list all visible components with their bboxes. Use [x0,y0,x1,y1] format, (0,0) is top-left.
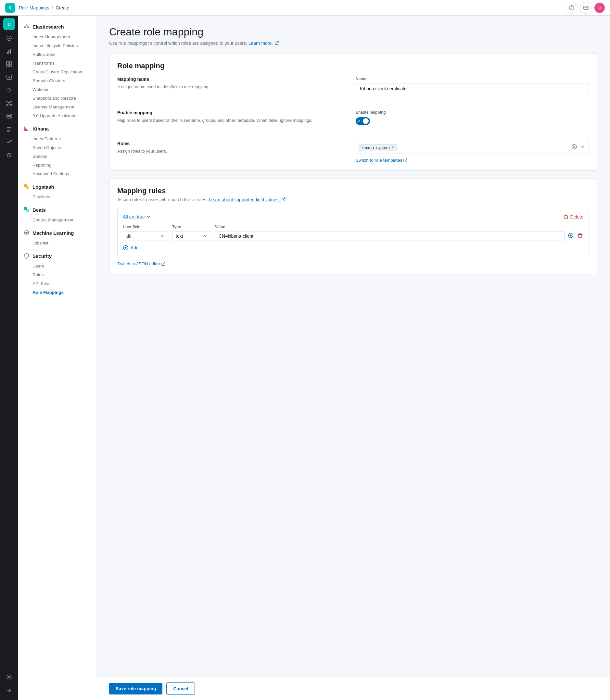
value-field[interactable] [215,231,564,241]
delete-rule-button[interactable]: Delete [563,214,583,219]
sidebar-item-pipelines[interactable]: Pipelines [18,193,96,201]
sidebar-section-header-ml: Machine Learning [18,227,96,239]
rail-dashboard[interactable] [3,59,15,70]
rail-collapse[interactable] [3,684,15,696]
clear-roles-button[interactable] [571,144,578,151]
expand-roles-button[interactable] [579,144,586,151]
rail-ml[interactable] [3,97,15,109]
switch-to-json-button[interactable]: Switch to JSON editor [117,261,165,266]
elasticsearch-label: Elasticsearch [32,24,64,30]
sidebar-item-upgrade[interactable]: 9.0 Upgrade Assistant [18,111,96,120]
roles-right: kibana_system × [356,141,589,163]
help-button[interactable]: ? [566,2,578,14]
svg-point-22 [11,117,11,118]
add-rule-icon [123,245,129,251]
delete-value-button[interactable] [577,232,583,240]
rail-uptime[interactable] [3,149,15,161]
user-avatar[interactable]: e [594,3,605,13]
sidebar-item-role-mappings[interactable]: Role Mappings [18,288,96,297]
sidebar-item-index-management[interactable]: Index Management [18,32,96,41]
mail-button[interactable] [580,2,592,14]
sidebar-item-central-management[interactable]: Central Management [18,216,96,224]
rail-apm[interactable] [3,136,15,148]
logstash-label: Logstash [32,184,54,190]
remove-role-button[interactable]: × [392,145,394,150]
sidebar-item-watcher[interactable]: Watcher [18,85,96,94]
learn-more-link[interactable]: Learn more. [248,40,279,46]
name-field-label: Name [356,77,589,81]
sidebar-item-advanced-settings[interactable]: Advanced Settings [18,169,96,178]
svg-point-17 [6,104,8,105]
sidebar-item-saved-objects[interactable]: Saved Objects [18,143,96,152]
breadcrumb-parent[interactable]: Role Mappings [19,5,49,11]
add-value-button[interactable] [567,232,574,240]
svg-rect-8 [6,62,9,64]
page-title: Create role mapping [109,26,597,38]
sidebar-section-logstash: Logstash Pipelines [18,181,96,201]
sidebar-section-header-security: Security [18,250,96,262]
external-link-icon-2 [282,197,286,201]
sidebar-item-index-lifecycle[interactable]: Index Lifecycle Policies [18,41,96,50]
trash-icon [563,214,568,219]
sidebar-item-spaces[interactable]: Spaces [18,152,96,161]
svg-point-16 [11,101,12,102]
save-role-mapping-button[interactable]: Save role mapping [109,683,162,695]
supported-field-values-link[interactable]: Learn about supported field values. [209,197,286,202]
type-col: Type text [172,225,211,241]
page-subtitle: Use role mappings to control which roles… [109,40,597,46]
sidebar-item-remote-clusters[interactable]: Remote Clusters [18,76,96,85]
beats-label: Beats [32,207,46,213]
sidebar-item-snapshot-restore[interactable]: Snapshot and Restore [18,94,96,102]
rail-logs[interactable] [3,124,15,135]
all-are-true-button[interactable]: All are true [123,214,151,219]
external-link-icon [275,41,279,45]
rail-home[interactable]: D [3,18,15,30]
rail-settings[interactable] [3,671,15,683]
rules-box: All are true Delete User field [117,209,589,256]
sidebar-item-roles[interactable]: Roles [18,271,96,279]
svg-rect-39 [578,234,582,237]
ml-label: Machine Learning [32,230,74,236]
mapping-name-right: Name [356,77,589,94]
type-select[interactable]: text [172,231,211,241]
sidebar-item-index-patterns[interactable]: Index Patterns [18,134,96,143]
value-input[interactable] [219,233,561,239]
logstash-icon [23,183,30,190]
rail-discover[interactable] [3,32,15,44]
svg-rect-11 [10,65,12,67]
roles-field[interactable]: kibana_system × [356,141,589,154]
type-label: Type [172,225,211,229]
add-rule-button[interactable]: Add [123,245,139,251]
user-field-select[interactable]: dn [123,231,168,241]
rail-maps[interactable] [3,84,15,96]
sidebar-item-rollup-jobs[interactable]: Rollup Jobs [18,50,96,59]
beats-icon [23,207,30,213]
sidebar-item-api-keys[interactable]: API Keys [18,279,96,288]
mapping-name-left: Mapping name A unique name used to ident… [117,77,351,94]
sidebar-item-reporting[interactable]: Reporting [18,161,96,169]
sidebar-section-header-beats: Beats [18,204,96,216]
svg-point-15 [6,101,8,102]
sidebar-item-users[interactable]: Users [18,262,96,271]
json-external-icon [161,262,165,266]
rail-canvas[interactable] [3,71,15,83]
enable-mapping-toggle[interactable]: ✓ [356,117,370,125]
mail-icon [583,5,589,11]
sidebar-item-license[interactable]: License Management [18,102,96,111]
help-icon: ? [569,5,574,11]
svg-rect-7 [10,49,11,53]
svg-rect-31 [26,209,29,212]
roles-actions [571,144,586,151]
sidebar-section-security: Security Users Roles API Keys Role Mappi… [18,250,96,297]
svg-point-13 [8,88,11,91]
rail-visualize[interactable] [3,46,15,57]
rail-infrastructure[interactable] [3,110,15,122]
name-input[interactable] [356,83,589,94]
chevron-down-icon-2 [146,215,151,219]
sidebar-item-jobs-list[interactable]: Jobs list [18,239,96,247]
sidebar-item-cross-cluster[interactable]: Cross-Cluster Replication [18,67,96,76]
svg-rect-29 [26,186,29,189]
cancel-button[interactable]: Cancel [166,682,195,695]
switch-to-role-templates-button[interactable]: Switch to role templates [356,158,407,163]
sidebar-item-transforms[interactable]: Transforms [18,59,96,67]
